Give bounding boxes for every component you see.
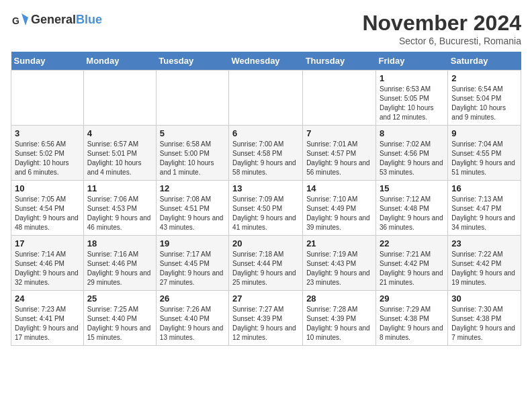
page-header: G GeneralBlue November 2024 Sector 6, Bu…: [11, 11, 521, 46]
day-number: 10: [15, 183, 80, 193]
month-title: November 2024: [362, 11, 521, 36]
day-number: 4: [87, 128, 152, 138]
logo-text: GeneralBlue: [31, 13, 102, 27]
day-info: Sunrise: 7:23 AM Sunset: 4:41 PM Dayligh…: [15, 305, 80, 342]
day-cell: 13Sunrise: 7:09 AM Sunset: 4:50 PM Dayli…: [229, 181, 303, 236]
header-row: SundayMondayTuesdayWednesdayThursdayFrid…: [11, 52, 521, 71]
day-number: 12: [160, 183, 225, 193]
day-number: 26: [160, 293, 225, 304]
day-info: Sunrise: 7:12 AM Sunset: 4:48 PM Dayligh…: [380, 195, 444, 232]
day-cell: 2Sunrise: 6:54 AM Sunset: 5:04 PM Daylig…: [448, 71, 521, 126]
day-cell: 15Sunrise: 7:12 AM Sunset: 4:48 PM Dayli…: [375, 181, 447, 236]
logo-icon: G: [11, 11, 30, 30]
day-number: 29: [380, 293, 444, 304]
day-info: Sunrise: 7:16 AM Sunset: 4:46 PM Dayligh…: [87, 250, 152, 287]
logo: G GeneralBlue: [11, 11, 102, 30]
day-number: 24: [15, 293, 80, 304]
day-number: 5: [160, 128, 225, 138]
day-number: 2: [451, 73, 517, 83]
day-number: 3: [15, 128, 80, 138]
day-number: 23: [451, 238, 517, 248]
day-info: Sunrise: 7:18 AM Sunset: 4:44 PM Dayligh…: [232, 250, 299, 287]
day-number: 16: [451, 183, 517, 193]
week-row-4: 17Sunrise: 7:14 AM Sunset: 4:46 PM Dayli…: [11, 236, 521, 291]
day-number: 15: [380, 183, 444, 193]
day-number: 28: [306, 293, 372, 304]
day-number: 7: [306, 128, 372, 138]
day-cell: [229, 71, 303, 126]
day-info: Sunrise: 7:14 AM Sunset: 4:46 PM Dayligh…: [15, 250, 80, 287]
day-info: Sunrise: 7:30 AM Sunset: 4:38 PM Dayligh…: [451, 305, 517, 342]
day-cell: 25Sunrise: 7:25 AM Sunset: 4:40 PM Dayli…: [83, 291, 156, 346]
day-info: Sunrise: 7:08 AM Sunset: 4:51 PM Dayligh…: [160, 195, 225, 232]
col-header-sunday: Sunday: [11, 52, 84, 71]
day-number: 20: [232, 238, 299, 248]
day-cell: 10Sunrise: 7:05 AM Sunset: 4:54 PM Dayli…: [11, 181, 84, 236]
col-header-monday: Monday: [83, 52, 156, 71]
day-cell: [83, 71, 156, 126]
day-cell: 19Sunrise: 7:17 AM Sunset: 4:45 PM Dayli…: [156, 236, 228, 291]
week-row-1: 1Sunrise: 6:53 AM Sunset: 5:05 PM Daylig…: [11, 71, 521, 126]
subtitle: Sector 6, Bucuresti, Romania: [362, 36, 521, 46]
day-info: Sunrise: 6:53 AM Sunset: 5:05 PM Dayligh…: [380, 85, 444, 122]
day-info: Sunrise: 7:29 AM Sunset: 4:38 PM Dayligh…: [380, 305, 444, 342]
day-cell: 9Sunrise: 7:04 AM Sunset: 4:55 PM Daylig…: [448, 126, 521, 181]
day-info: Sunrise: 7:19 AM Sunset: 4:43 PM Dayligh…: [306, 250, 372, 287]
day-info: Sunrise: 7:05 AM Sunset: 4:54 PM Dayligh…: [15, 195, 80, 232]
col-header-thursday: Thursday: [303, 52, 376, 71]
day-cell: 5Sunrise: 6:58 AM Sunset: 5:00 PM Daylig…: [156, 126, 228, 181]
day-cell: 16Sunrise: 7:13 AM Sunset: 4:47 PM Dayli…: [448, 181, 521, 236]
col-header-friday: Friday: [375, 52, 447, 71]
day-cell: 17Sunrise: 7:14 AM Sunset: 4:46 PM Dayli…: [11, 236, 84, 291]
day-cell: [11, 71, 84, 126]
day-info: Sunrise: 7:27 AM Sunset: 4:39 PM Dayligh…: [232, 305, 299, 342]
day-number: 25: [87, 293, 152, 304]
day-cell: 20Sunrise: 7:18 AM Sunset: 4:44 PM Dayli…: [229, 236, 303, 291]
week-row-2: 3Sunrise: 6:56 AM Sunset: 5:02 PM Daylig…: [11, 126, 521, 181]
day-number: 14: [306, 183, 372, 193]
day-number: 22: [380, 238, 444, 248]
day-info: Sunrise: 7:02 AM Sunset: 4:56 PM Dayligh…: [380, 140, 444, 177]
day-info: Sunrise: 7:06 AM Sunset: 4:53 PM Dayligh…: [87, 195, 152, 232]
svg-marker-1: [21, 13, 28, 26]
day-info: Sunrise: 7:25 AM Sunset: 4:40 PM Dayligh…: [87, 305, 152, 342]
day-cell: 18Sunrise: 7:16 AM Sunset: 4:46 PM Dayli…: [83, 236, 156, 291]
day-info: Sunrise: 7:00 AM Sunset: 4:58 PM Dayligh…: [232, 140, 299, 177]
day-number: 27: [232, 293, 299, 304]
day-cell: 12Sunrise: 7:08 AM Sunset: 4:51 PM Dayli…: [156, 181, 228, 236]
day-cell: 27Sunrise: 7:27 AM Sunset: 4:39 PM Dayli…: [229, 291, 303, 346]
week-row-3: 10Sunrise: 7:05 AM Sunset: 4:54 PM Dayli…: [11, 181, 521, 236]
day-info: Sunrise: 6:57 AM Sunset: 5:01 PM Dayligh…: [87, 140, 152, 177]
day-info: Sunrise: 7:17 AM Sunset: 4:45 PM Dayligh…: [160, 250, 225, 287]
col-header-tuesday: Tuesday: [156, 52, 228, 71]
day-cell: 14Sunrise: 7:10 AM Sunset: 4:49 PM Dayli…: [303, 181, 376, 236]
day-cell: 29Sunrise: 7:29 AM Sunset: 4:38 PM Dayli…: [375, 291, 447, 346]
day-info: Sunrise: 7:26 AM Sunset: 4:40 PM Dayligh…: [160, 305, 225, 342]
day-info: Sunrise: 7:22 AM Sunset: 4:42 PM Dayligh…: [451, 250, 517, 287]
svg-text:G: G: [12, 15, 19, 26]
day-cell: 4Sunrise: 6:57 AM Sunset: 5:01 PM Daylig…: [83, 126, 156, 181]
day-cell: 8Sunrise: 7:02 AM Sunset: 4:56 PM Daylig…: [375, 126, 447, 181]
day-cell: 30Sunrise: 7:30 AM Sunset: 4:38 PM Dayli…: [448, 291, 521, 346]
week-row-5: 24Sunrise: 7:23 AM Sunset: 4:41 PM Dayli…: [11, 291, 521, 346]
day-info: Sunrise: 6:56 AM Sunset: 5:02 PM Dayligh…: [15, 140, 80, 177]
day-cell: 11Sunrise: 7:06 AM Sunset: 4:53 PM Dayli…: [83, 181, 156, 236]
day-cell: 21Sunrise: 7:19 AM Sunset: 4:43 PM Dayli…: [303, 236, 376, 291]
day-cell: 26Sunrise: 7:26 AM Sunset: 4:40 PM Dayli…: [156, 291, 228, 346]
calendar-table: SundayMondayTuesdayWednesdayThursdayFrid…: [11, 52, 521, 346]
day-cell: [303, 71, 376, 126]
day-cell: 7Sunrise: 7:01 AM Sunset: 4:57 PM Daylig…: [303, 126, 376, 181]
day-number: 13: [232, 183, 299, 193]
day-info: Sunrise: 7:01 AM Sunset: 4:57 PM Dayligh…: [306, 140, 372, 177]
day-cell: 6Sunrise: 7:00 AM Sunset: 4:58 PM Daylig…: [229, 126, 303, 181]
day-info: Sunrise: 7:21 AM Sunset: 4:42 PM Dayligh…: [380, 250, 444, 287]
day-cell: 1Sunrise: 6:53 AM Sunset: 5:05 PM Daylig…: [375, 71, 447, 126]
day-info: Sunrise: 7:10 AM Sunset: 4:49 PM Dayligh…: [306, 195, 372, 232]
day-info: Sunrise: 7:04 AM Sunset: 4:55 PM Dayligh…: [451, 140, 517, 177]
day-number: 18: [87, 238, 152, 248]
day-info: Sunrise: 6:54 AM Sunset: 5:04 PM Dayligh…: [451, 85, 517, 122]
day-number: 30: [451, 293, 517, 304]
col-header-saturday: Saturday: [448, 52, 521, 71]
day-number: 6: [232, 128, 299, 138]
day-number: 11: [87, 183, 152, 193]
